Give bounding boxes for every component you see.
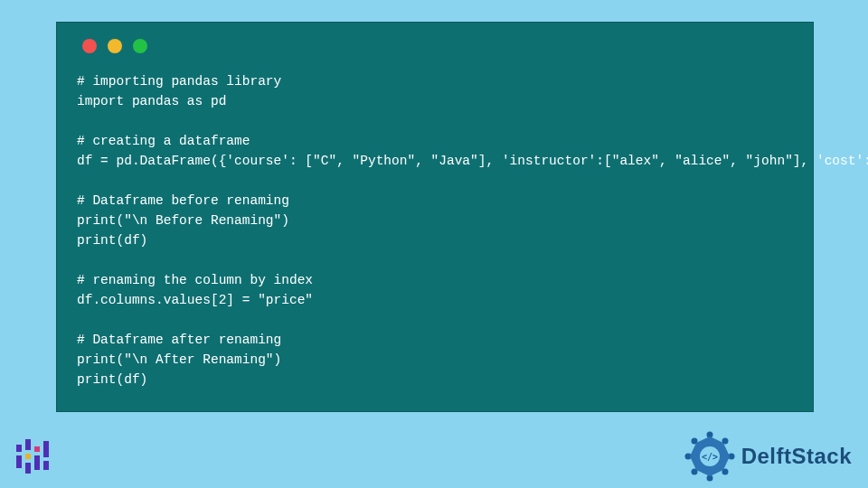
svg-rect-4 [25,463,31,474]
brand-name: DelftStack [741,444,852,469]
svg-rect-8 [43,461,49,470]
code-block: # importing pandas library import pandas… [77,71,793,389]
svg-rect-0 [16,445,22,452]
secondary-logo-icon [13,436,52,477]
svg-rect-3 [25,454,31,459]
close-icon[interactable] [82,39,97,53]
svg-rect-1 [16,455,22,468]
svg-text:</>: </> [702,452,718,462]
maximize-icon[interactable] [133,39,147,53]
code-window: # importing pandas library import pandas… [56,22,814,412]
brand-area: </> DelftStack [684,430,852,483]
window-controls [82,39,793,53]
svg-rect-5 [34,446,40,452]
minimize-icon[interactable] [108,39,122,53]
svg-rect-7 [43,441,49,457]
svg-rect-2 [25,439,31,450]
svg-rect-6 [34,455,40,470]
brand-icon: </> [684,430,736,483]
